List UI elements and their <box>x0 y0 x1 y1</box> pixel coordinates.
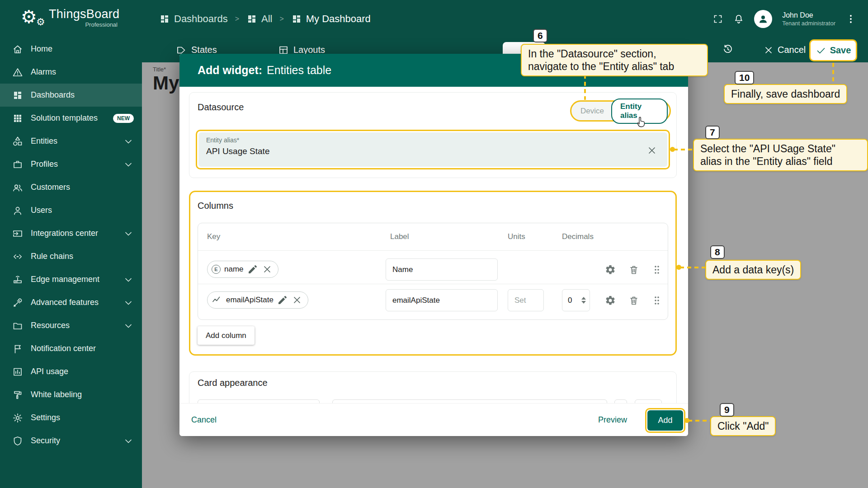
entity-field-icon: E <box>212 265 221 274</box>
remove-key-icon[interactable] <box>292 295 302 305</box>
edit-pencil-icon[interactable] <box>247 264 258 275</box>
breadcrumb-all[interactable]: All <box>246 13 272 25</box>
sidebar-item-solution-templates[interactable]: Solution templates NEW <box>0 107 142 130</box>
app-edition: Professional <box>49 21 118 28</box>
entity-alias-field[interactable]: Entity alias* API Usage State <box>198 132 667 167</box>
increment-icon[interactable] <box>581 297 586 300</box>
columns-table: Key Label Units Decimals E name <box>198 223 668 320</box>
sidebar-item-resources[interactable]: Resources <box>0 314 142 337</box>
partial-field[interactable] <box>198 399 320 403</box>
column-label-input[interactable] <box>386 289 498 311</box>
fullscreen-icon[interactable] <box>712 14 723 24</box>
chevron-down-icon <box>123 136 134 147</box>
breadcrumb-dashboards[interactable]: Dashboards <box>159 13 228 25</box>
sidebar-item-label: Edge management <box>31 275 99 284</box>
sidebar-item-notification-center[interactable]: Notification center <box>0 337 142 360</box>
decrement-icon[interactable] <box>581 301 586 304</box>
dialog-cancel-button[interactable]: Cancel <box>191 404 217 436</box>
user-info[interactable]: John Doe Tenant administrator <box>782 11 835 27</box>
toolbar-cancel-button[interactable]: Cancel <box>763 38 806 62</box>
column-settings-gear-icon[interactable] <box>605 264 616 275</box>
notifications-bell-icon[interactable] <box>733 14 744 24</box>
remove-key-icon[interactable] <box>262 264 273 275</box>
annotation-step-badge: 10 <box>735 71 754 84</box>
clear-icon[interactable] <box>646 145 657 156</box>
logo[interactable]: ⚙ ⚙ ThingsBoard Professional <box>0 0 142 38</box>
avatar[interactable] <box>754 10 772 28</box>
user-avatar-icon <box>758 14 769 24</box>
sidebar-item-white-labeling[interactable]: White labeling <box>0 383 142 406</box>
sidebar-item-label: White labeling <box>31 390 82 399</box>
sidebar-item-label: Dashboards <box>31 90 75 100</box>
dialog-footer: Cancel Preview Add <box>179 403 688 436</box>
annotation-step-badge: 7 <box>705 126 720 139</box>
kebab-menu-icon[interactable] <box>845 14 856 24</box>
save-label: Save <box>830 45 851 56</box>
add-column-button[interactable]: Add column <box>198 326 255 345</box>
edge-icon <box>12 274 23 285</box>
partial-field[interactable] <box>614 399 627 403</box>
dialog-add-button[interactable]: Add <box>647 410 683 431</box>
breadcrumb-my-dashboard[interactable]: My Dashboard <box>291 13 371 25</box>
advanced-features-icon <box>12 297 23 308</box>
add-button-highlight: Add <box>645 408 685 433</box>
chevron-down-icon <box>123 159 134 170</box>
close-icon <box>763 45 774 56</box>
sidebar-item-label: Customers <box>31 183 70 192</box>
history-icon[interactable] <box>722 44 733 55</box>
sidebar-item-edge-management[interactable]: Edge management <box>0 268 142 291</box>
column-label-input[interactable] <box>386 258 498 281</box>
sidebar-item-home[interactable]: Home <box>0 38 142 61</box>
sidebar-item-entities[interactable]: Entities <box>0 130 142 153</box>
data-key-chip[interactable]: E name <box>207 261 278 278</box>
rule-chains-icon <box>12 251 23 262</box>
sidebar-item-settings[interactable]: Settings <box>0 406 142 429</box>
breadcrumb-separator: > <box>279 15 283 23</box>
dialog-preview-button[interactable]: Preview <box>598 404 627 436</box>
chevron-down-icon <box>123 320 134 331</box>
stepper-arrows[interactable] <box>581 297 586 304</box>
timeseries-icon <box>212 295 222 305</box>
drag-handle-icon[interactable] <box>651 264 662 275</box>
annotation-step-badge: 6 <box>533 29 547 42</box>
column-header-label: Label <box>390 232 409 241</box>
sidebar-item-label: API usage <box>31 367 68 376</box>
delete-column-icon[interactable] <box>628 264 639 275</box>
alarm-icon <box>12 67 23 78</box>
notification-icon <box>12 343 23 354</box>
sidebar-item-integrations-center[interactable]: Integrations center <box>0 222 142 245</box>
sidebar-item-api-usage[interactable]: API usage <box>0 360 142 383</box>
sidebar-item-users[interactable]: Users <box>0 199 142 222</box>
sidebar-item-alarms[interactable]: Alarms <box>0 61 142 84</box>
annotation-note-8: Add a data key(s) <box>705 260 801 280</box>
sidebar-item-advanced-features[interactable]: Advanced features <box>0 291 142 314</box>
sidebar-item-dashboards[interactable]: Dashboards <box>0 84 142 107</box>
edit-pencil-icon[interactable] <box>277 295 288 305</box>
toolbar-save-button[interactable]: Save <box>809 39 857 61</box>
sidebar-item-rule-chains[interactable]: Rule chains <box>0 245 142 268</box>
sidebar-item-security[interactable]: Security <box>0 429 142 452</box>
divider <box>198 284 668 284</box>
apps-icon <box>12 113 23 124</box>
column-header-decimals: Decimals <box>562 232 594 241</box>
white-labeling-icon <box>12 389 23 400</box>
delete-column-icon[interactable] <box>628 295 639 306</box>
column-units-input[interactable] <box>508 289 544 311</box>
column-header-key: Key <box>207 232 220 241</box>
sidebar-item-profiles[interactable]: Profiles <box>0 153 142 176</box>
dashboards-icon <box>246 14 257 24</box>
columns-section-label: Columns <box>198 201 233 211</box>
partial-field[interactable] <box>332 399 607 403</box>
column-settings-gear-icon[interactable] <box>605 295 616 306</box>
drag-handle-icon[interactable] <box>651 295 662 306</box>
toggle-device[interactable]: Device <box>573 107 611 116</box>
customers-icon <box>12 182 23 193</box>
app-header: Dashboards > All > My Dashboard John Doe… <box>142 0 868 38</box>
user-role: Tenant administrator <box>782 20 835 27</box>
dialog-title-prefix: Add widget: <box>198 64 262 77</box>
column-decimals-stepper[interactable]: 0 <box>562 289 590 311</box>
chevron-down-icon <box>123 436 134 446</box>
data-key-chip[interactable]: emailApiState <box>207 291 308 309</box>
sidebar-item-customers[interactable]: Customers <box>0 176 142 199</box>
partial-field[interactable] <box>635 399 662 403</box>
